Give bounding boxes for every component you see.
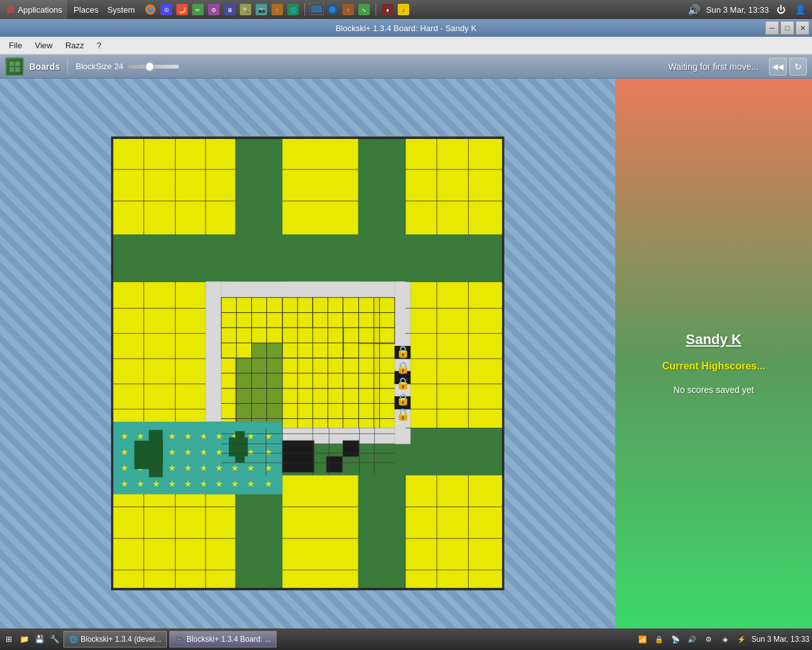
close-button[interactable]: ✕ (796, 21, 809, 35)
bottom-settings-icon[interactable]: ⚙ (702, 633, 715, 646)
player-name: Sandy K (686, 331, 742, 348)
svg-text:🌙: 🌙 (178, 6, 187, 14)
svg-text:★: ★ (215, 462, 223, 472)
app-icon-12[interactable]: ↑ (341, 3, 355, 17)
svg-text:🔍: 🔍 (242, 6, 250, 14)
refresh-button[interactable]: ↻ (789, 58, 807, 76)
svg-text:★: ★ (215, 447, 223, 457)
taskbar-bottom-right: 📶 🔒 📡 🔊 ⚙ ◈ ⚡ Sun 3 Mar, 13:33 (636, 633, 809, 646)
boards-label[interactable]: Boards (29, 62, 60, 72)
svg-text:★: ★ (215, 478, 223, 488)
sidebar: Sandy K Current Highscores... No scores … (615, 79, 812, 647)
svg-text:★: ★ (184, 447, 192, 457)
bottom-icon-3[interactable]: 💾 (33, 633, 46, 646)
boards-icon[interactable] (5, 57, 24, 76)
svg-text:★: ★ (265, 462, 273, 472)
svg-text:★: ★ (247, 431, 255, 441)
minimize-button[interactable]: ─ (765, 21, 779, 35)
taskbar-btn-1[interactable]: 🌐 Blockski+ 1.3.4 (devel... (63, 631, 167, 647)
app-icon-1[interactable]: ♔ (159, 3, 173, 17)
svg-text:🔒: 🔒 (396, 408, 410, 421)
bottom-power-icon: ⚡ (735, 633, 748, 646)
svg-text:★: ★ (184, 431, 192, 441)
app-icon-2[interactable]: 🌙 (175, 3, 189, 17)
app-icon-13[interactable]: ∿ (357, 3, 371, 17)
app-icon-9[interactable]: 🌐 (286, 3, 300, 17)
svg-text:🔒: 🔒 (396, 360, 410, 374)
bottom-signal-icon: 📶 (636, 633, 649, 646)
app-icon-15[interactable]: ♪ (396, 3, 410, 17)
speaker-icon[interactable]: 🔊 (687, 3, 701, 17)
separator-1 (67, 58, 68, 75)
bottom-icon-4[interactable]: 🔧 (48, 633, 61, 646)
svg-rect-186 (235, 431, 245, 463)
bottom-icon-1[interactable]: ⊞ (3, 633, 15, 646)
app-icon-4[interactable]: ⚙ (207, 3, 221, 17)
view-menu[interactable]: View (29, 38, 59, 53)
svg-text:★: ★ (136, 478, 145, 488)
main-content: ★★★ ★★★★ ★★★ ★★★★ ★★★ ★★★★ ★★★ ★★★★ (0, 79, 812, 647)
app-icon-14[interactable]: ♦ (381, 3, 395, 17)
tray-icon-1[interactable]: ⏻ (774, 3, 788, 17)
taskbar-btn-2-label: Blockski+ 1.3.4 Board: ... (187, 635, 271, 644)
svg-text:🖥: 🖥 (227, 7, 233, 13)
window-controls: ─ □ ✕ (765, 21, 809, 35)
svg-text:★: ★ (215, 431, 223, 441)
app-icon-10[interactable] (310, 3, 324, 17)
menubar: File View Razz ? (0, 37, 812, 55)
app-icon-5[interactable]: 🖥 (223, 3, 237, 17)
svg-text:♪: ♪ (402, 7, 405, 13)
app-icon-11[interactable] (325, 3, 339, 17)
svg-text:🔒: 🔒 (396, 345, 410, 359)
app-icon-6[interactable]: 🔍 (239, 3, 252, 17)
bottom-wifi-icon: 📡 (669, 633, 682, 646)
svg-text:★: ★ (247, 478, 255, 488)
taskbar-btn-2[interactable]: 🎮 Blockski+ 1.3.4 Board: ... (169, 631, 277, 647)
svg-text:★: ★ (121, 431, 129, 441)
svg-text:★: ★ (247, 447, 255, 457)
restore-button[interactable]: □ (780, 21, 794, 35)
svg-text:★: ★ (152, 478, 160, 488)
file-menu[interactable]: File (3, 38, 29, 53)
applications-menu[interactable]: 🖥 Applications (0, 0, 67, 19)
game-area: ★★★ ★★★★ ★★★ ★★★★ ★★★ ★★★★ ★★★ ★★★★ (0, 79, 615, 647)
app-icon-8[interactable]: ↑ (270, 3, 284, 17)
firefox-icon[interactable] (143, 3, 157, 17)
svg-text:★: ★ (121, 478, 129, 488)
places-menu[interactable]: Places (70, 4, 102, 16)
bottom-datetime: Sun 3 Mar, 13:33 (752, 635, 809, 644)
svg-text:★: ★ (184, 462, 192, 472)
razz-menu[interactable]: Razz (59, 38, 91, 53)
app-icon-3[interactable]: ✏ (191, 3, 205, 17)
svg-text:★: ★ (265, 478, 273, 488)
taskbar-bottom: ⊞ 📁 💾 🔧 🌐 Blockski+ 1.3.4 (devel... 🎮 Bl… (0, 628, 812, 650)
svg-text:★: ★ (121, 447, 129, 457)
bottom-icon-2[interactable]: 📁 (18, 633, 30, 646)
blocksize-slider[interactable] (128, 65, 179, 69)
svg-text:📷: 📷 (258, 6, 266, 14)
help-menu[interactable]: ? (91, 38, 108, 53)
svg-text:★: ★ (184, 478, 192, 488)
top-right-area: 🔊 Sun 3 Mar, 13:33 ⏻ 👤 (687, 3, 812, 17)
svg-text:🔒: 🔒 (396, 376, 410, 390)
svg-text:★: ★ (231, 462, 239, 472)
svg-text:✏: ✏ (195, 7, 200, 13)
svg-rect-37 (15, 67, 20, 72)
svg-rect-49 (112, 234, 503, 282)
system-menu[interactable]: System (103, 4, 138, 16)
tray-icon-2[interactable]: 👤 (793, 3, 807, 17)
back-button[interactable]: ◀◀ (769, 58, 787, 76)
svg-text:∿: ∿ (362, 7, 367, 13)
svg-text:↑: ↑ (347, 7, 350, 13)
svg-rect-54 (206, 281, 221, 443)
game-board[interactable]: ★★★ ★★★★ ★★★ ★★★★ ★★★ ★★★★ ★★★ ★★★★ (111, 136, 504, 590)
bottom-bluetooth-icon: ◈ (719, 633, 731, 646)
svg-rect-35 (15, 62, 20, 66)
svg-text:★: ★ (136, 431, 145, 441)
svg-point-24 (329, 6, 336, 13)
taskbar-top: 🖥 Applications Places System ♔ 🌙 ✏ ⚙ � (0, 0, 812, 19)
svg-text:★: ★ (265, 447, 273, 457)
svg-rect-192 (282, 441, 314, 472)
window-titlebar: Blockski+ 1.3.4 Board: Hard - Sandy K ─ … (0, 19, 812, 37)
app-icon-7[interactable]: 📷 (254, 3, 268, 17)
